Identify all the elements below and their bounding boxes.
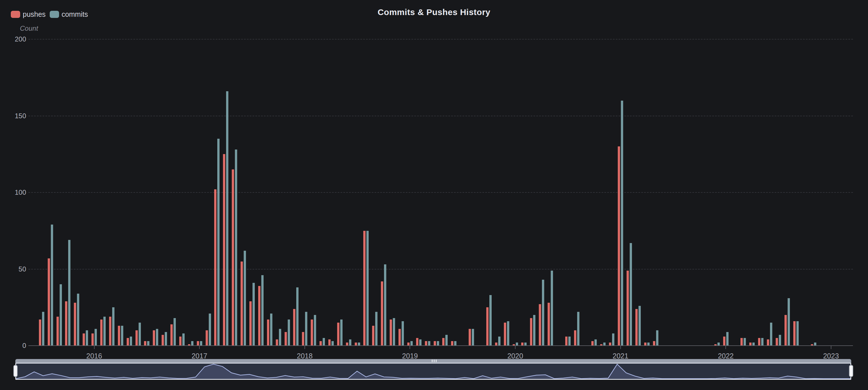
- bar-commits-2015-07[interactable]: [42, 312, 44, 346]
- bar-commits-2019-04[interactable]: [437, 341, 439, 346]
- bar-commits-2015-08[interactable]: [51, 224, 53, 346]
- bar-commits-2017-06[interactable]: [244, 251, 246, 346]
- bar-pushes-2017-02[interactable]: [206, 330, 208, 346]
- bar-pushes-2020-05[interactable]: [548, 303, 550, 346]
- bar-commits-2017-01[interactable]: [200, 341, 202, 346]
- bar-pushes-2019-03[interactable]: [425, 341, 427, 346]
- bar-commits-2020-05[interactable]: [551, 271, 553, 346]
- bar-commits-2015-09[interactable]: [60, 284, 62, 346]
- bar-pushes-2022-01[interactable]: [723, 336, 725, 346]
- bar-pushes-2017-01[interactable]: [197, 341, 199, 346]
- bar-commits-2019-06[interactable]: [454, 341, 457, 346]
- bar-pushes-2018-11[interactable]: [390, 320, 392, 346]
- bar-commits-2017-09[interactable]: [270, 313, 272, 346]
- bar-commits-2020-03[interactable]: [533, 315, 535, 346]
- bar-pushes-2015-12[interactable]: [83, 333, 85, 346]
- datazoom-right-handle[interactable]: [849, 365, 853, 377]
- bar-commits-2019-03[interactable]: [428, 341, 430, 346]
- bar-commits-2022-01[interactable]: [726, 332, 728, 346]
- bar-pushes-2015-10[interactable]: [65, 301, 67, 346]
- bar-pushes-2017-09[interactable]: [267, 320, 269, 346]
- bar-commits-2017-10[interactable]: [279, 329, 281, 346]
- bar-pushes-2021-03[interactable]: [636, 309, 638, 346]
- bar-pushes-2019-05[interactable]: [442, 338, 444, 346]
- bar-commits-2018-05[interactable]: [340, 320, 343, 346]
- bar-commits-2018-03[interactable]: [323, 338, 325, 346]
- bar-commits-2019-05[interactable]: [445, 335, 447, 346]
- bar-commits-2016-11[interactable]: [182, 333, 185, 346]
- bar-pushes-2022-06[interactable]: [767, 339, 769, 346]
- bar-commits-2017-12[interactable]: [296, 288, 299, 346]
- bar-commits-2017-08[interactable]: [261, 275, 264, 346]
- bar-pushes-2018-08[interactable]: [363, 231, 366, 346]
- bar-pushes-2018-10[interactable]: [381, 281, 383, 346]
- bar-pushes-2020-08[interactable]: [574, 330, 576, 346]
- bar-pushes-2018-01[interactable]: [302, 332, 304, 346]
- bar-pushes-2021-05[interactable]: [653, 341, 655, 346]
- bar-pushes-2015-07[interactable]: [39, 320, 41, 346]
- bar-pushes-2016-06[interactable]: [135, 330, 138, 346]
- bar-pushes-2015-08[interactable]: [48, 259, 50, 346]
- bar-pushes-2016-09[interactable]: [162, 335, 164, 346]
- bar-pushes-2020-04[interactable]: [539, 304, 541, 346]
- bar-pushes-2018-05[interactable]: [337, 323, 339, 346]
- legend-item-pushes[interactable]: pushes: [11, 10, 46, 19]
- bar-pushes-2019-02[interactable]: [416, 338, 418, 346]
- bar-pushes-2022-05[interactable]: [758, 338, 761, 346]
- bar-pushes-2017-03[interactable]: [214, 189, 216, 346]
- bar-pushes-2021-01[interactable]: [618, 146, 620, 346]
- bar-commits-2015-10[interactable]: [68, 240, 70, 346]
- bar-commits-2020-12[interactable]: [612, 333, 614, 346]
- bar-pushes-2022-09[interactable]: [793, 321, 796, 346]
- bar-commits-2017-02[interactable]: [209, 313, 211, 346]
- bar-pushes-2022-08[interactable]: [784, 315, 787, 346]
- bar-pushes-2018-03[interactable]: [319, 341, 322, 346]
- bar-commits-2018-10[interactable]: [384, 264, 386, 346]
- bar-pushes-2019-06[interactable]: [451, 341, 453, 346]
- bar-commits-2017-11[interactable]: [288, 320, 290, 346]
- bar-pushes-2018-02[interactable]: [311, 320, 313, 346]
- bar-commits-2019-11[interactable]: [498, 336, 500, 346]
- bar-commits-2017-03[interactable]: [217, 139, 220, 346]
- bar-commits-2017-05[interactable]: [235, 150, 237, 346]
- bar-pushes-2020-03[interactable]: [530, 318, 532, 346]
- bar-commits-2019-08[interactable]: [472, 329, 474, 346]
- bar-commits-2018-06[interactable]: [349, 339, 351, 346]
- bar-pushes-2017-08[interactable]: [258, 286, 260, 346]
- bar-commits-2022-03[interactable]: [744, 338, 746, 346]
- bar-pushes-2022-07[interactable]: [776, 338, 778, 346]
- bar-pushes-2016-03[interactable]: [109, 317, 111, 346]
- bar-pushes-2019-08[interactable]: [469, 329, 471, 346]
- bar-commits-2018-09[interactable]: [375, 312, 377, 346]
- bar-pushes-2016-10[interactable]: [170, 324, 173, 346]
- bar-commits-2015-11[interactable]: [77, 294, 79, 346]
- datazoom-grip-icon[interactable]: [430, 360, 438, 362]
- bar-commits-2019-02[interactable]: [419, 339, 422, 346]
- bar-pushes-2017-06[interactable]: [241, 262, 243, 346]
- bar-commits-2018-12[interactable]: [402, 321, 404, 346]
- bar-pushes-2016-02[interactable]: [100, 320, 102, 346]
- bar-pushes-2015-11[interactable]: [74, 303, 76, 346]
- bar-pushes-2019-04[interactable]: [434, 341, 436, 346]
- bar-commits-2022-08[interactable]: [787, 298, 790, 346]
- bar-commits-2016-03[interactable]: [112, 307, 115, 346]
- bar-commits-2022-07[interactable]: [779, 335, 781, 346]
- bar-pushes-2022-03[interactable]: [741, 338, 743, 346]
- bar-pushes-2021-02[interactable]: [627, 271, 629, 346]
- bar-pushes-2017-04[interactable]: [223, 154, 225, 346]
- bar-commits-2016-07[interactable]: [147, 341, 149, 346]
- bar-commits-2016-02[interactable]: [103, 317, 106, 346]
- bar-commits-2016-06[interactable]: [138, 323, 141, 346]
- bar-pushes-2019-12[interactable]: [504, 323, 506, 346]
- bar-commits-2017-04[interactable]: [226, 91, 228, 346]
- bar-pushes-2016-08[interactable]: [153, 330, 155, 346]
- bar-pushes-2017-05[interactable]: [232, 170, 234, 346]
- bar-pushes-2017-11[interactable]: [285, 332, 287, 346]
- bar-commits-2018-11[interactable]: [393, 318, 395, 346]
- bar-commits-2016-08[interactable]: [156, 329, 158, 346]
- bar-commits-2021-05[interactable]: [656, 330, 658, 346]
- bar-pushes-2018-04[interactable]: [328, 339, 331, 346]
- bar-pushes-2015-09[interactable]: [57, 317, 59, 346]
- legend-item-commits[interactable]: commits: [50, 10, 88, 19]
- bar-commits-2018-04[interactable]: [332, 341, 334, 346]
